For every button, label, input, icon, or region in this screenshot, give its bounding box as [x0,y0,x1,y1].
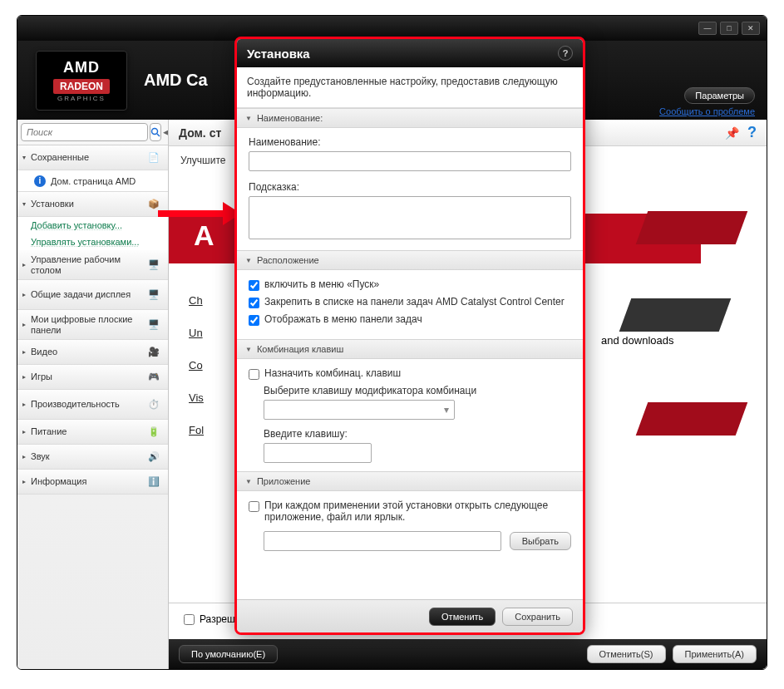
dialog-cancel-button[interactable]: Отменить [429,608,496,626]
dialog-footer: Отменить Сохранить [237,599,583,632]
key-input[interactable] [264,443,372,463]
chevron-right-icon: ▸ [22,453,31,460]
amd-logo: AMD RADEON GRAPHICS [36,51,127,111]
sidebar-label: Видео [31,347,145,357]
sidebar-label: Производительность [31,399,145,409]
sidebar-item-desktop[interactable]: ▸ Управление рабочим столом 🖥️ [17,250,168,280]
section-header-hotkey[interactable]: ▼ Комбинация клавиш [237,339,583,359]
box-icon: 📦 [145,197,163,212]
name-label: Наименование: [249,136,571,148]
sidebar-item-video[interactable]: ▸ Видео 🎥 [17,340,168,365]
sidebar-item-power[interactable]: ▸ Питание 🔋 [17,420,168,445]
modifier-dropdown[interactable]: ▾ [264,400,455,420]
chevron-down-icon: ▾ [444,404,449,416]
sidebar-item-display-tasks[interactable]: ▸ Общие задачи дисплея 🖥️ [17,280,168,310]
dialog-title: Установка [247,47,310,61]
panel-icon: 🖥️ [145,317,163,332]
decor-shape [619,298,732,332]
section-title: Приложение [257,476,311,486]
chevron-right-icon: ▸ [22,373,31,381]
sidebar-sub-manage-installs[interactable]: Управлять установками... [17,234,168,250]
sidebar-item-performance[interactable]: ▸ Производительность ⏱️ [17,390,168,420]
displays-icon: 🖥️ [145,288,163,303]
checkbox-label: Отображать в меню панели задач [264,313,422,325]
footer-bar: По умолчанию(E) Отменить(S) Применить(A) [169,639,767,669]
dialog-description: Создайте предустановленные настройку, пр… [237,67,583,108]
collapse-sidebar-button[interactable]: ◀◀ [163,128,169,136]
hint-textarea[interactable] [249,196,571,239]
sidebar-item-installs[interactable]: ▾ Установки 📦 [17,192,168,217]
assign-hotkey-checkbox[interactable] [249,369,259,380]
section-header-name[interactable]: ▼ Наименование: [237,108,583,128]
help-icon[interactable]: ? [747,124,757,141]
app-path-input[interactable] [264,531,501,551]
sidebar-label: Игры [31,372,145,381]
gamepad-icon: 🎮 [145,370,163,385]
search-button[interactable] [150,123,161,141]
allow-checkbox[interactable] [184,614,195,625]
chevron-right-icon: ▸ [22,478,31,485]
name-input[interactable] [249,151,571,171]
sidebar-label: Мои цифровые плоские панели [31,314,145,334]
sidebar-label: Дом. страница AMD [51,176,136,186]
defaults-button[interactable]: По умолчанию(E) [179,645,278,663]
taskbar-menu-checkbox[interactable] [249,315,259,326]
sidebar-item-games[interactable]: ▸ Игры 🎮 [17,365,168,390]
sidebar-sub-add-install[interactable]: Добавить установку... [17,217,168,234]
decor-shape [636,211,748,244]
svg-line-1 [157,134,160,136]
content-link[interactable]: Vis [189,391,204,404]
content-link[interactable]: Co [189,359,204,372]
modifier-label: Выберите клавишу модификатора комбинаци [264,385,571,396]
search-icon [150,127,160,137]
chevron-down-icon: ▼ [245,478,252,485]
key-label: Введите клавишу: [264,428,571,440]
callout-arrow [158,210,224,217]
section-header-location[interactable]: ▼ Расположение [237,250,583,270]
close-button[interactable]: ✕ [742,22,760,35]
sidebar-item-information[interactable]: ▸ Информация ℹ️ [17,470,168,495]
dialog-save-button[interactable]: Сохранить [502,608,573,626]
open-app-checkbox[interactable] [249,501,259,512]
sidebar-item-saved[interactable]: ▾ Сохраненные 📄 [17,145,168,170]
dialog-help-icon[interactable]: ? [558,46,573,61]
section-title: Комбинация клавиш [257,344,343,354]
sidebar-item-amd-home[interactable]: i Дом. страница AMD [17,170,168,192]
checkbox-label: При каждом применении этой установки отк… [264,500,571,523]
allow-label: Разреш [200,613,235,625]
speaker-icon: 🔊 [145,450,163,465]
maximize-button[interactable]: □ [720,22,738,35]
decor-shape [636,402,748,436]
page-title: Дом. ст [179,126,221,140]
checkbox-label: включить в меню «Пуск» [264,278,379,290]
svg-point-0 [152,129,158,135]
pin-icon[interactable]: 📌 [725,126,739,140]
section-title: Расположение [257,255,319,265]
content-link[interactable]: Fol [189,424,204,436]
checkbox-label: Закрепить в списке на панели задач AMD C… [264,296,565,308]
browse-button[interactable]: Выбрать [510,532,571,550]
sidebar-item-flat-panels[interactable]: ▸ Мои цифровые плоские панели 🖥️ [17,310,168,340]
parameters-button[interactable]: Параметры [684,87,755,104]
apply-button[interactable]: Применить(A) [673,645,757,663]
content-link[interactable]: Ch [189,294,204,307]
sidebar-label: Питание [31,426,145,436]
sidebar-label: Общие задачи дисплея [31,289,145,299]
dialog-titlebar: Установка ? [237,39,583,67]
logo-brand-text: AMD [63,59,100,76]
start-menu-checkbox[interactable] [249,280,259,291]
content-link[interactable]: Un [189,327,204,339]
cancel-button[interactable]: Отменить(S) [587,645,666,663]
section-header-app[interactable]: ▼ Приложение [237,471,583,491]
chevron-down-icon: ▼ [245,115,252,122]
camera-icon: 🎥 [145,345,163,360]
search-input[interactable] [21,123,148,141]
minimize-button[interactable]: — [698,22,717,35]
chevron-down-icon: ▾ [22,200,31,208]
report-problem-link[interactable]: Сообщить о проблеме [659,106,755,116]
sidebar-item-audio[interactable]: ▸ Звук 🔊 [17,445,168,470]
taskbar-pin-checkbox[interactable] [249,298,259,308]
sidebar-label: Информация [31,476,145,486]
chevron-down-icon: ▼ [245,257,252,264]
chevron-down-icon: ▼ [245,346,252,353]
